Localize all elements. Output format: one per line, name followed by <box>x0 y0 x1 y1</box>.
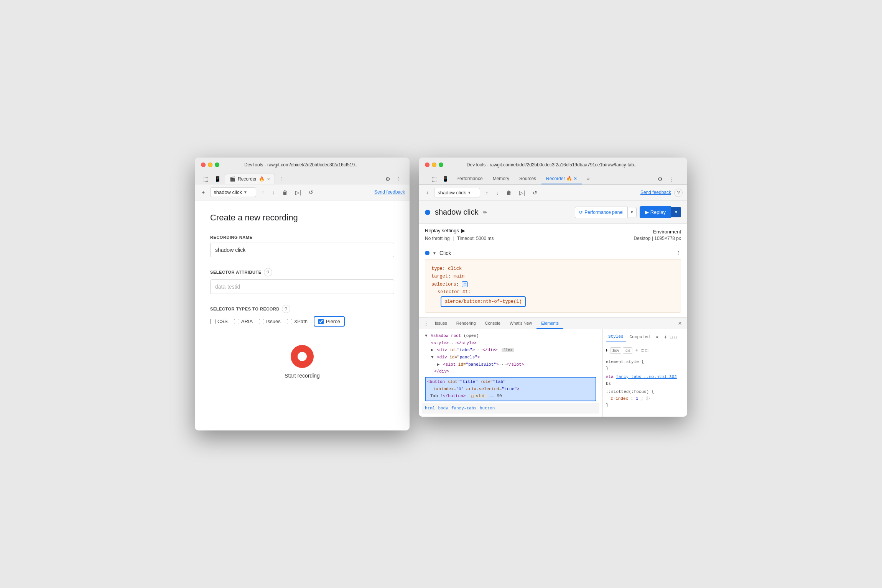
nav-tab-performance[interactable]: Performance <box>452 174 487 184</box>
add-recording-button[interactable]: + <box>199 188 207 197</box>
selector-attribute-input[interactable] <box>210 279 394 294</box>
devtools-tab-issues[interactable]: Issues <box>430 318 452 329</box>
add-style-button[interactable]: + <box>662 332 668 342</box>
box-model-icon[interactable]: ⬚ <box>642 347 644 354</box>
click-step: ▼ Click ⋮ type: click target: main selec… <box>419 245 687 318</box>
styles-tab-computed[interactable]: Computed <box>627 333 652 342</box>
replay-settings-header[interactable]: Replay settings ▶ <box>425 228 465 233</box>
download-button-right[interactable]: ↓ <box>494 188 501 197</box>
selector-types-label-text: SELECTOR TYPES TO RECORD <box>210 307 280 311</box>
upload-button-right[interactable]: ↑ <box>483 188 490 197</box>
layout-icon[interactable]: ⬚ <box>646 347 648 354</box>
devtools-tab-rendering[interactable]: Rendering <box>452 318 480 329</box>
replay-dropdown[interactable]: ▼ <box>671 207 681 217</box>
recorder-tab-left[interactable]: 🎬 Recorder 🔥 ✕ <box>225 174 275 184</box>
checkbox-text[interactable]: Issues <box>259 319 281 324</box>
more-icon-left[interactable]: ⋮ <box>394 175 403 183</box>
selected-element[interactable]: <button slot="title" role="tab" tabindex… <box>425 377 596 401</box>
selector-types-help-icon[interactable]: ? <box>282 305 290 313</box>
devtools-panel-close[interactable]: ✕ <box>676 319 684 328</box>
hov-button[interactable]: :hov <box>610 347 621 354</box>
tab-close-left[interactable]: ✕ <box>267 177 270 181</box>
rule-selector: #ta <box>606 374 614 379</box>
step-expand-icon[interactable]: ▼ <box>433 251 436 255</box>
step-replay-button-right[interactable]: ▷| <box>517 188 527 197</box>
device-tool[interactable]: 📱 <box>212 174 223 184</box>
cursor-tool[interactable]: ⬚ <box>201 174 211 184</box>
undo-button-right[interactable]: ↺ <box>530 188 540 197</box>
edit-name-icon[interactable]: ✏ <box>483 209 487 215</box>
send-feedback-button-left[interactable]: Send feedback <box>374 189 405 195</box>
nav-tab-sources[interactable]: Sources <box>515 174 541 184</box>
upload-button[interactable]: ↑ <box>259 188 267 197</box>
more-icon-right[interactable]: ⋮ <box>666 174 676 184</box>
filter-row: F :hov .cls + ⬚ ⬚ <box>606 345 684 355</box>
tab-overflow-left[interactable]: ⋮ <box>276 175 286 183</box>
nav-tabs-row: ⬚ 📱 Performance Memory Sources Recorder … <box>425 171 681 184</box>
copy-style-icon[interactable]: ⬚ <box>670 334 673 341</box>
device-tool-right[interactable]: 📱 <box>440 174 451 184</box>
add-recording-button-right[interactable]: + <box>423 188 431 197</box>
text-checkbox[interactable] <box>259 319 264 324</box>
selector-value-line: pierce/button:nth-of-type(1) <box>431 296 675 307</box>
step-menu-icon[interactable]: ⋮ <box>676 250 681 256</box>
help-icon-right[interactable]: ? <box>674 189 683 197</box>
recorder-tab-icon: 🎬 <box>230 176 235 182</box>
right-window: DevTools - rawgit.com/ebidel/2d2bb0cdec3… <box>419 158 687 417</box>
devtools-panel-menu[interactable]: ⋮ <box>422 318 430 329</box>
selector-types-section: SELECTOR TYPES TO RECORD ? CSS ARIA Issu… <box>210 305 394 327</box>
css-checkbox[interactable] <box>210 319 216 324</box>
pierce-checkbox[interactable] <box>318 319 324 324</box>
settings-icon-right[interactable]: ⚙ <box>655 174 665 184</box>
recording-name-input[interactable] <box>210 243 394 257</box>
styles-tab-overflow[interactable]: » <box>653 333 661 342</box>
tree-line-selected[interactable]: <button slot="title" role="tab" tabindex… <box>422 375 599 403</box>
styles-tab-styles[interactable]: Styles <box>606 332 626 342</box>
settings-icon-left[interactable]: ⚙ <box>383 174 393 184</box>
recording-selector[interactable]: shadow click ▼ <box>210 187 256 197</box>
checkbox-css[interactable]: CSS <box>210 319 228 324</box>
pseudo-selector: ::slotted(:focus) { <box>606 389 684 396</box>
pseudo-style-rule: ::slotted(:focus) { z-index : 1 ; ⓘ } <box>606 389 684 409</box>
breadcrumb: html body fancy-tabs button <box>422 403 599 414</box>
nav-tab-memory[interactable]: Memory <box>488 174 514 184</box>
aria-checkbox[interactable] <box>234 319 239 324</box>
send-feedback-button-right[interactable]: Send feedback <box>640 190 671 196</box>
replay-button[interactable]: ▶ Replay <box>640 206 671 218</box>
rule-file[interactable]: fancy-tabs-….mo.html:302 <box>616 374 676 379</box>
pseudo-close: } <box>606 402 684 409</box>
recording-selector-right[interactable]: shadow click ▼ <box>434 188 480 197</box>
breadcrumb-fancytabs[interactable]: fancy-tabs <box>451 405 477 412</box>
delete-button-right[interactable]: 🗑 <box>504 188 514 197</box>
devtools-tab-console[interactable]: Console <box>480 318 505 329</box>
devtools-tab-elements[interactable]: Elements <box>536 318 563 329</box>
step-header: ▼ Click ⋮ <box>425 250 681 256</box>
checkbox-xpath[interactable]: XPath <box>287 319 308 324</box>
start-recording-button[interactable] <box>291 345 314 368</box>
cls-button[interactable]: .cls <box>623 347 632 354</box>
breadcrumb-body[interactable]: body <box>438 405 448 412</box>
xpath-checkbox[interactable] <box>287 319 292 324</box>
refresh-icon: ⟳ <box>579 210 583 215</box>
devtools-tabs: ⋮ Issues Rendering Console What's New El… <box>419 318 687 329</box>
selector-attribute-help-icon[interactable]: ? <box>264 268 272 276</box>
checkbox-pierce[interactable]: Pierce <box>314 316 345 327</box>
step-replay-button[interactable]: ▷| <box>293 188 303 197</box>
checkbox-aria[interactable]: ARIA <box>234 319 253 324</box>
info-icon[interactable]: ⓘ <box>646 397 650 401</box>
breadcrumb-button[interactable]: button <box>480 405 495 412</box>
nav-tab-overflow[interactable]: » <box>583 174 594 184</box>
devtools-tab-whatsnew[interactable]: What's New <box>505 318 536 329</box>
download-button[interactable]: ↓ <box>270 188 277 197</box>
right-titlebar: DevTools - rawgit.com/ebidel/2d2bb0cdec3… <box>419 158 687 185</box>
performance-panel-dropdown[interactable]: ▼ <box>628 207 637 217</box>
add-filter-button[interactable]: + <box>634 345 640 355</box>
toggle-device-icon[interactable]: ⬚ <box>674 334 677 341</box>
delete-button[interactable]: 🗑 <box>280 188 290 197</box>
undo-button[interactable]: ↺ <box>306 188 316 197</box>
cursor-tool-right[interactable]: ⬚ <box>429 174 439 184</box>
performance-panel-button[interactable]: ⟳ Performance panel <box>575 207 627 218</box>
nav-tab-recorder[interactable]: Recorder 🔥 ✕ <box>541 174 582 184</box>
breadcrumb-html[interactable]: html <box>425 405 435 412</box>
replay-settings-bar: Replay settings ▶ Environment No throttl… <box>419 224 687 245</box>
